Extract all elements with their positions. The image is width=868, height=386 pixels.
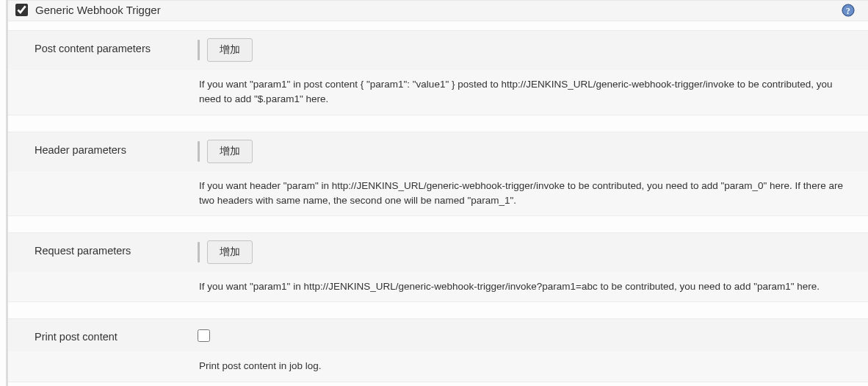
header-parameters-label: Header parameters [8, 140, 192, 156]
print-post-content-label: Print post content [8, 326, 192, 343]
trigger-header-row: Generic Webhook Trigger ? [8, 0, 868, 21]
request-parameters-section: Request parameters 增加 If you want "param… [8, 232, 868, 302]
post-content-parameters-section: Post content parameters 增加 If you want "… [8, 30, 868, 115]
help-icon[interactable]: ? [842, 4, 855, 17]
post-content-description: If you want "param1" in post content { "… [8, 70, 868, 115]
add-post-content-button[interactable]: 增加 [207, 38, 253, 62]
print-post-content-section: Print post content Print post content in… [8, 318, 868, 382]
add-request-param-button[interactable]: 增加 [207, 240, 253, 264]
print-post-content-checkbox[interactable] [198, 329, 210, 342]
header-parameters-section: Header parameters 增加 If you want header … [8, 132, 868, 217]
request-parameters-label: Request parameters [8, 240, 192, 257]
header-parameters-description: If you want header "param" in http://JEN… [8, 171, 868, 216]
request-parameters-description: If you want "param1" in http://JENKINS_U… [8, 272, 868, 301]
post-content-parameters-label: Post content parameters [8, 38, 192, 54]
drag-handle [198, 242, 200, 262]
generic-webhook-trigger-checkbox[interactable] [15, 4, 28, 16]
add-header-param-button[interactable]: 增加 [207, 140, 253, 163]
generic-webhook-trigger-label: Generic Webhook Trigger [35, 4, 161, 16]
svg-text:?: ? [846, 7, 850, 16]
drag-handle [198, 141, 200, 162]
print-post-content-description: Print post content in job log. [8, 351, 868, 381]
drag-handle [198, 40, 200, 60]
